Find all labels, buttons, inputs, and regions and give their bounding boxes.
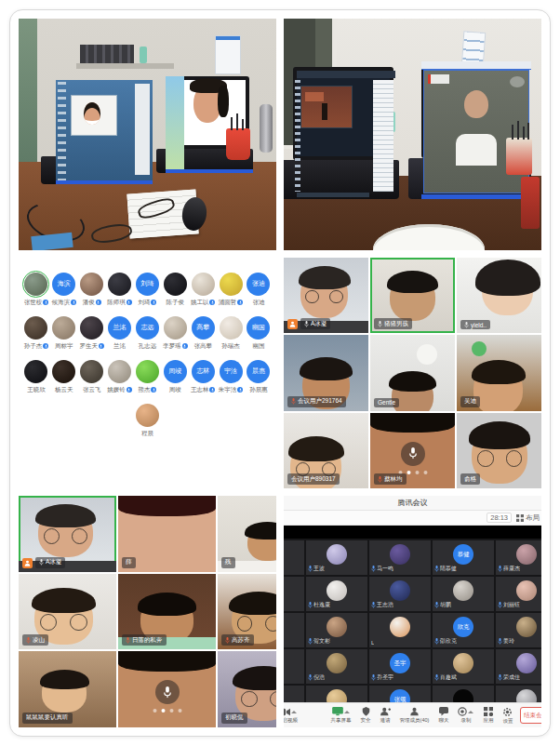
- face: [42, 673, 87, 713]
- participant-item[interactable]: 兰洺兰洺: [106, 316, 134, 351]
- thermos: [260, 104, 273, 153]
- video-tile[interactable]: 日落的私奔: [118, 574, 216, 650]
- participant-item[interactable]: 程晨: [134, 404, 162, 438]
- audio-badge-icon: [151, 387, 156, 393]
- meeting-tile[interactable]: 肖趣斌: [433, 649, 494, 684]
- face: [482, 263, 533, 315]
- video-tile[interactable]: A冰凝: [19, 496, 116, 572]
- video-tile[interactable]: 俞格: [457, 413, 541, 489]
- participant-item[interactable]: 志林王志林: [189, 360, 217, 394]
- shelf-books: [80, 45, 134, 63]
- meeting-tile[interactable]: 胡鹏: [433, 577, 494, 611]
- avatar: [327, 580, 347, 601]
- participant-name-label: 荣成佳: [498, 673, 520, 682]
- participant-item[interactable]: 陈子俊: [161, 273, 189, 307]
- participant-item[interactable]: 熊杰: [134, 360, 162, 394]
- toolbar-button-screen[interactable]: 共享屏幕: [327, 707, 356, 724]
- toolbar-button-gear[interactable]: 设置: [498, 707, 517, 725]
- participant-item[interactable]: 幽国幽国: [245, 316, 273, 351]
- participant-item[interactable]: 浦圆哲: [217, 273, 245, 307]
- participant-item[interactable]: 潘俊: [78, 273, 106, 307]
- chevron-up-icon[interactable]: [468, 711, 473, 713]
- participant-item[interactable]: 志远孔志远: [134, 316, 162, 351]
- avatar-initials: 幽国: [247, 316, 270, 340]
- avatar-initials: 志林: [192, 360, 215, 383]
- meeting-tile[interactable]: 王波: [306, 540, 367, 575]
- participant-item[interactable]: 高攀张高攀: [189, 316, 217, 351]
- video-tile[interactable]: A冰凝: [284, 258, 368, 334]
- toolbar-button-camera[interactable]: 开启视频: [284, 708, 302, 724]
- participant-item[interactable]: 周竣周竣: [161, 360, 189, 394]
- chevron-up-icon[interactable]: [291, 711, 297, 713]
- video-tile[interactable]: 鼠鼠鼠要认真听: [19, 651, 116, 727]
- meeting-tile[interactable]: 刘欣鹏: [496, 686, 541, 702]
- participant-item[interactable]: 海滨候海滨: [50, 273, 78, 307]
- participant-item[interactable]: 陈师琪: [106, 273, 134, 307]
- meeting-tile[interactable]: 圣宇乔圣宇: [369, 649, 431, 684]
- participant-item[interactable]: 杨云天: [50, 360, 78, 394]
- meeting-tile[interactable]: 马一鸣: [369, 540, 431, 575]
- video-tile[interactable]: 凌山: [19, 574, 116, 650]
- meeting-tile[interactable]: 杜逸康: [306, 577, 367, 611]
- meeting-tile[interactable]: 欣克邵欣克: [433, 613, 494, 647]
- video-tile[interactable]: yield..: [457, 258, 541, 334]
- meeting-tile[interactable]: 天天: [284, 540, 304, 575]
- participant-item[interactable]: 张世桉: [22, 273, 50, 307]
- participant-item[interactable]: 张迪张迪: [245, 273, 273, 307]
- mic-icon: [26, 637, 31, 644]
- meeting-tile[interactable]: 王志浩: [369, 577, 431, 611]
- toolbar-button-apps[interactable]: 应用: [478, 707, 498, 724]
- video-tile[interactable]: 猪猪男孩: [370, 258, 455, 334]
- video-tile[interactable]: 会议用户890317: [284, 413, 368, 489]
- participant-name-label: 邵欣克: [434, 637, 457, 646]
- video-tile[interactable]: 吴迪: [457, 335, 541, 411]
- video-tile[interactable]: 初晓侃: [218, 651, 276, 727]
- meeting-tile[interactable]: [284, 613, 304, 647]
- meeting-tile[interactable]: 倪浩: [306, 649, 367, 684]
- video-tile[interactable]: 高苏齐: [218, 574, 276, 650]
- meeting-tile[interactable]: 一鸣: [284, 686, 304, 702]
- meeting-tile[interactable]: 贺文彬: [306, 613, 367, 647]
- meeting-tile[interactable]: 刘丽钰: [496, 577, 541, 611]
- toolbar-button-members[interactable]: 管理成员(40): [395, 707, 434, 724]
- meeting-tile[interactable]: 慕健陆慕健: [433, 540, 494, 575]
- participant-item[interactable]: 刘琦刘琦: [134, 273, 162, 307]
- meeting-tile[interactable]: 荣成佳: [496, 649, 541, 684]
- video-tile[interactable]: 薛: [118, 496, 216, 572]
- avatar: [453, 580, 473, 601]
- participant-item[interactable]: 李梦瑶: [161, 316, 189, 351]
- toolbar-button-shield[interactable]: 安全: [356, 707, 376, 724]
- layout-switcher[interactable]: 布局: [516, 513, 540, 523]
- toolbar-button-record[interactable]: 录制: [453, 707, 478, 724]
- mic-icon: [126, 637, 130, 644]
- mic-icon: [97, 300, 100, 305]
- participant-item[interactable]: 孙瑞杰: [217, 316, 245, 351]
- participant-item[interactable]: 王晓欣: [22, 360, 50, 394]
- participant-item[interactable]: 张云飞: [78, 360, 106, 394]
- video-tile[interactable]: Gentle: [370, 335, 455, 411]
- meeting-tile[interactable]: 甜甜: [284, 577, 304, 611]
- video-tile[interactable]: 残: [218, 496, 276, 572]
- end-meeting-button[interactable]: 结束会议: [520, 707, 541, 724]
- toolbar-button-chat[interactable]: 聊天: [433, 707, 453, 724]
- participant-item[interactable]: 孙子杰: [22, 316, 50, 351]
- participant-item[interactable]: 周标宇: [50, 316, 78, 351]
- meeting-tile[interactable]: 薛康杰: [496, 540, 541, 575]
- participant-item[interactable]: 姚媛铃: [106, 360, 134, 394]
- video-tile[interactable]: 蔡林均: [370, 413, 455, 489]
- participant-item[interactable]: 罗生天: [78, 316, 106, 351]
- participant-item[interactable]: 姚工以: [189, 273, 217, 307]
- video-tile[interactable]: [118, 651, 216, 727]
- toolbar-button-invite[interactable]: 邀请: [376, 707, 395, 724]
- meeting-tile[interactable]: 汤汤同学: [306, 686, 367, 702]
- meeting-tile[interactable]: 姜玲: [496, 613, 541, 647]
- participant-item[interactable]: 晨惠孙晨惠: [245, 360, 273, 394]
- participant-item[interactable]: 宇浛朱宇浛: [217, 360, 245, 394]
- video-tile[interactable]: 会议用户291764: [284, 335, 368, 411]
- meeting-tile[interactable]: 尧: [433, 686, 494, 702]
- meeting-tile[interactable]: 张颂张颂: [369, 686, 431, 702]
- chevron-up-icon[interactable]: [344, 711, 350, 713]
- meeting-tile[interactable]: [284, 649, 304, 684]
- meeting-tile[interactable]: L: [369, 613, 431, 647]
- hair: [472, 360, 526, 384]
